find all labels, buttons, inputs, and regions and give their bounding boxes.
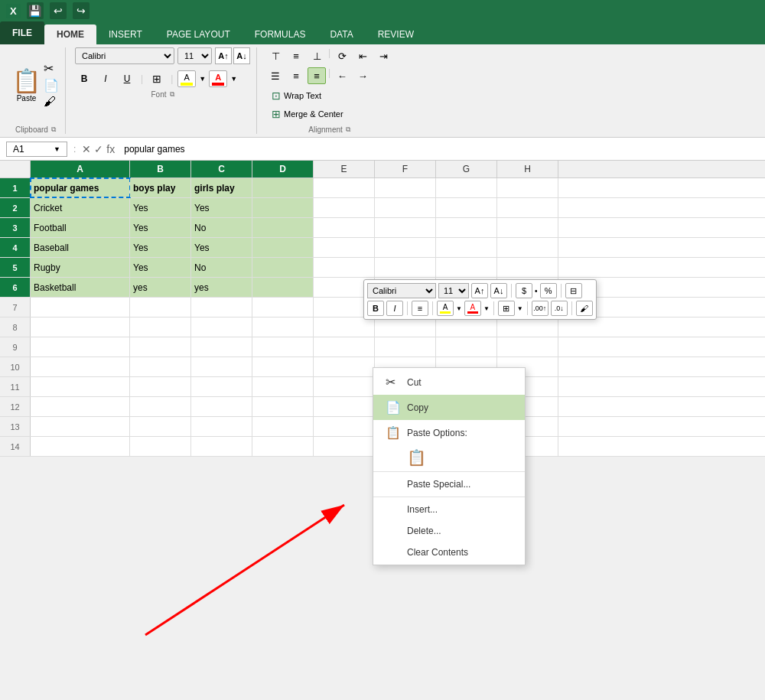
clipboard-launcher-icon[interactable]: ⧉ [51, 125, 56, 134]
cell-f2[interactable] [375, 198, 436, 217]
cell-B14[interactable] [130, 437, 191, 456]
mini-bold-button[interactable]: B [367, 301, 384, 316]
cell-h2[interactable] [497, 198, 558, 217]
cell-g4[interactable] [436, 238, 497, 257]
col-header-d[interactable]: D [252, 161, 314, 177]
cell-A11[interactable] [31, 377, 130, 396]
col-header-c[interactable]: C [191, 161, 252, 177]
mini-font-color[interactable]: A [464, 301, 481, 316]
format-painter-button[interactable]: 🖌 [44, 95, 59, 109]
mini-borders-dropdown[interactable]: ▼ [517, 305, 523, 312]
cell-b1[interactable]: boys play [130, 178, 191, 197]
cell-D10[interactable] [252, 357, 314, 376]
mini-table-button[interactable]: ⊟ [565, 283, 582, 298]
cell-E9[interactable] [314, 337, 375, 357]
col-header-h[interactable]: H [497, 161, 558, 177]
text-rotate-button[interactable]: → [353, 67, 372, 84]
mini-font-color-dropdown[interactable]: ▼ [483, 305, 490, 312]
redo-button[interactable]: ↪ [73, 2, 90, 19]
mini-italic-button[interactable]: I [386, 301, 403, 316]
fill-color-dropdown[interactable]: ▼ [199, 75, 206, 83]
cell-E8[interactable] [314, 317, 375, 337]
indent-decrease-button[interactable]: ⇤ [353, 47, 372, 64]
mini-fill-color[interactable]: A [437, 301, 454, 316]
cell-C12[interactable] [191, 397, 252, 416]
cell-a4[interactable]: Baseball [31, 238, 130, 257]
cell-a5[interactable]: Rugby [31, 258, 130, 277]
tab-file[interactable]: FILE [0, 21, 44, 44]
cell-D7[interactable] [252, 298, 314, 317]
cell-B11[interactable] [130, 377, 191, 396]
cell-c3[interactable]: No [191, 218, 252, 237]
cell-d6[interactable] [252, 278, 314, 297]
text-direction-button[interactable]: ⟳ [333, 47, 351, 64]
wrap-text-button[interactable]: ⊡ Wrap Text [266, 87, 392, 104]
cell-d3[interactable] [252, 218, 314, 237]
cell-e2[interactable] [314, 198, 375, 217]
align-bottom-button[interactable]: ⊥ [308, 47, 326, 64]
mini-borders-button2[interactable]: ⊞ [498, 301, 515, 316]
cell-D11[interactable] [252, 377, 314, 396]
fill-color-button[interactable]: A [177, 70, 196, 87]
mini-format-button[interactable]: 🖌 [576, 301, 593, 316]
copy-button[interactable]: 📄 [44, 78, 59, 93]
font-size-select[interactable]: 11 [177, 47, 212, 64]
cell-B12[interactable] [130, 397, 191, 416]
context-copy[interactable]: 📄 Copy [373, 395, 525, 420]
cell-d4[interactable] [252, 238, 314, 257]
tab-insert[interactable]: INSERT [96, 24, 155, 44]
cell-f1[interactable] [375, 178, 436, 197]
cell-G9[interactable] [436, 337, 497, 357]
cell-b3[interactable]: Yes [130, 218, 191, 237]
cell-F9[interactable] [375, 337, 436, 357]
cell-B10[interactable] [130, 357, 191, 376]
cell-E14[interactable] [314, 437, 375, 456]
context-paste-special[interactable]: Paste Special... [373, 474, 525, 495]
mini-dollar-button[interactable]: $ [516, 283, 532, 298]
cell-c1[interactable]: girls play [191, 178, 252, 197]
cell-h4[interactable] [497, 238, 558, 257]
indent-increase-button[interactable]: ⇥ [374, 47, 392, 64]
paste-area[interactable]: 📋 Paste [12, 67, 41, 103]
align-top-button[interactable]: ⊤ [266, 47, 285, 64]
context-cut[interactable]: ✂ Cut [373, 370, 525, 395]
tab-review[interactable]: REVIEW [366, 24, 426, 44]
cell-g2[interactable] [436, 198, 497, 217]
col-header-b[interactable]: B [130, 161, 191, 177]
cell-D12[interactable] [252, 397, 314, 416]
cell-b5[interactable]: Yes [130, 258, 191, 277]
cell-f3[interactable] [375, 218, 436, 237]
col-header-e[interactable]: E [314, 161, 375, 177]
cell-E12[interactable] [314, 397, 375, 416]
font-family-select[interactable]: Calibri [75, 47, 174, 64]
font-launcher-icon[interactable]: ⧉ [170, 90, 174, 99]
cell-B13[interactable] [130, 417, 191, 436]
tab-home[interactable]: HOME [44, 24, 96, 44]
cell-H9[interactable] [497, 337, 558, 357]
cell-a1[interactable]: popular games [31, 178, 130, 197]
cell-g3[interactable] [436, 218, 497, 237]
cut-button[interactable]: ✂ [44, 61, 59, 76]
merge-center-button[interactable]: ⊞ Merge & Center [266, 106, 392, 122]
cell-C14[interactable] [191, 437, 252, 456]
col-header-f[interactable]: F [375, 161, 436, 177]
mini-fill-dropdown[interactable]: ▼ [456, 305, 462, 312]
cell-F8[interactable] [375, 317, 436, 337]
mini-decimal-down[interactable]: .0↓ [551, 301, 568, 316]
cell-E13[interactable] [314, 417, 375, 436]
col-header-g[interactable]: G [436, 161, 497, 177]
insert-function-button[interactable]: fx [106, 143, 115, 155]
cell-A13[interactable] [31, 417, 130, 436]
cell-e5[interactable] [314, 258, 375, 277]
italic-button[interactable]: I [96, 70, 115, 87]
mini-align-button[interactable]: ≡ [412, 301, 428, 316]
cell-c5[interactable]: No [191, 258, 252, 277]
cell-A14[interactable] [31, 437, 130, 456]
cell-b4[interactable]: Yes [130, 238, 191, 257]
cancel-formula-button[interactable]: ✕ [82, 143, 91, 155]
font-color-button[interactable]: A [209, 70, 227, 87]
cell-d5[interactable] [252, 258, 314, 277]
align-right-button[interactable]: ≡ [308, 67, 326, 84]
formula-input[interactable] [121, 142, 759, 156]
cell-E10[interactable] [314, 357, 375, 376]
